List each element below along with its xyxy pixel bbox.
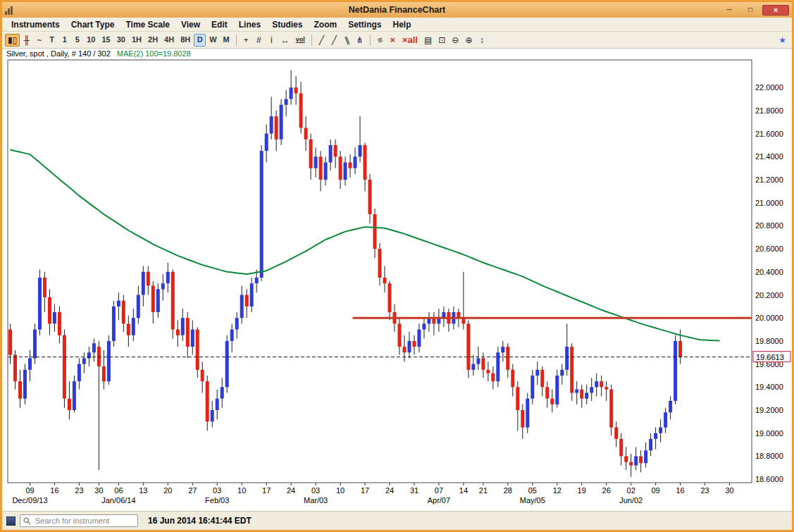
window-controls: ─□× [720,5,789,16]
x-axis-label: 17 [361,486,369,495]
timescale-30min[interactable]: 30 [114,34,128,47]
minimize-button[interactable]: ─ [720,5,738,16]
candle-body [466,323,470,369]
study-label: MAE(2) 100=19.8028 [117,49,191,58]
x-axis-month-label: Mar/03 [304,496,328,505]
timescale-2h[interactable]: 2H [145,34,161,47]
delete-all-lines-icon[interactable]: ×all [399,34,421,47]
x-axis-label: 09 [25,486,34,495]
candle-body [275,116,278,140]
menu-lines[interactable]: Lines [234,19,266,30]
fit-vertical-icon[interactable]: ↕ [476,34,488,47]
menu-time-scale[interactable]: Time Scale [120,19,174,30]
parallel-channel-icon[interactable]: ∥ [339,32,355,48]
menu-view[interactable]: View [176,19,205,30]
candle-body [245,295,249,307]
timescale-5min[interactable]: 5 [71,34,83,47]
status-bar: 16 Jun 2014 16:41:44 EDT [2,511,792,530]
timescale-daily[interactable]: D [194,34,206,47]
candle-body [206,381,209,421]
chart-type-line-icon[interactable]: ~ [33,34,45,47]
workspace-icon[interactable]: ★ [776,34,789,47]
candle-body [634,456,638,465]
x-axis-label: 28 [504,486,512,495]
x-axis-label: 23 [75,486,83,495]
menu-help[interactable]: Help [387,19,416,30]
search-box[interactable] [20,514,138,527]
titlebar[interactable]: NetDania FinanceChart ─□× [2,2,792,18]
x-axis-month-label: Dec/09/13 [12,496,47,505]
candle-body [521,410,524,428]
candle-body [629,462,633,466]
print-preview-icon[interactable]: ⊡ [435,34,448,47]
timescale-8h[interactable]: 8H [178,34,193,47]
menu-chart-type[interactable]: Chart Type [66,19,120,30]
trend-line-icon[interactable]: ╱ [316,34,328,47]
y-axis-label: 20.8000 [755,221,783,230]
candle-body [33,330,37,359]
candles-layer[interactable] [8,70,682,477]
timescale-1h[interactable]: 1H [129,34,144,47]
candle-body [674,341,677,401]
candle-body [82,358,86,364]
pitchfork-icon[interactable]: ⋔ [354,34,366,47]
candle-body [265,134,268,151]
timescale-tick[interactable]: T [46,34,58,47]
volume-icon[interactable]: vol [293,34,308,47]
menu-studies[interactable]: Studies [267,19,307,30]
candle-body [151,285,155,312]
grid-icon[interactable]: # [253,34,265,47]
search-input[interactable] [34,516,135,526]
candle-body [378,249,382,278]
candle-body [678,341,682,357]
menu-instruments[interactable]: Instruments [6,19,65,30]
candle-body [53,312,56,323]
candle-body [619,439,623,457]
chart-type-bar-icon[interactable]: ╫ [20,34,32,47]
parallel-lines-icon[interactable]: ≡ [372,32,388,48]
x-axis-label: 13 [139,486,147,495]
candle-body [28,358,32,369]
timescale-15min[interactable]: 15 [99,34,113,47]
y-axis-label: 21.2000 [755,175,783,184]
timescale-10min[interactable]: 10 [84,34,98,47]
y-axis-label: 21.0000 [755,199,783,207]
candle-body [654,433,657,439]
candle-body [604,387,608,389]
last-price-tag-value: 19.6613 [756,353,784,361]
candle-body [23,370,27,399]
horizontal-scroll-icon[interactable]: ↔ [278,34,292,47]
menu-edit[interactable]: Edit [206,19,232,30]
x-axis-label: 16 [50,486,58,495]
candle-body [373,214,377,249]
close-button[interactable]: × [762,5,789,16]
chart-type-candlestick-icon[interactable]: ▮▯ [5,34,20,47]
menu-settings[interactable]: Settings [343,19,386,30]
candle-body [196,330,199,370]
maximize-button[interactable]: □ [741,5,759,16]
timescale-1min[interactable]: 1 [58,34,70,47]
chart-region[interactable]: Silver, spot , Daily, # 140 / 302 MAE(2)… [2,49,792,511]
timescale-4h[interactable]: 4H [161,34,177,47]
candle-body [235,318,239,329]
candle-body [368,180,372,214]
timescale-monthly[interactable]: M [221,34,232,47]
print-icon[interactable]: ▤ [421,34,435,47]
menu-zoom[interactable]: Zoom [309,19,342,30]
candle-body [112,307,116,341]
delete-line-icon[interactable]: × [387,34,399,47]
info-icon[interactable]: i [266,34,278,47]
y-axis-label: 21.4000 [755,152,783,161]
timescale-weekly[interactable]: W [206,34,219,47]
candle-body [127,323,130,335]
candle-body [388,283,392,312]
zoom-out-icon[interactable]: ⊖ [449,34,461,47]
x-axis-label: 10 [336,486,345,495]
candle-body [408,341,411,352]
price-chart[interactable]: 22.000021.800021.600021.400021.200021.00… [2,49,792,511]
trend-ray-icon[interactable]: ╱ [328,34,340,47]
zoom-in-icon[interactable]: ⊕ [462,34,475,47]
candle-body [600,381,603,387]
y-axis-label: 19.8000 [755,337,783,345]
crosshair-icon[interactable]: + [240,34,252,47]
